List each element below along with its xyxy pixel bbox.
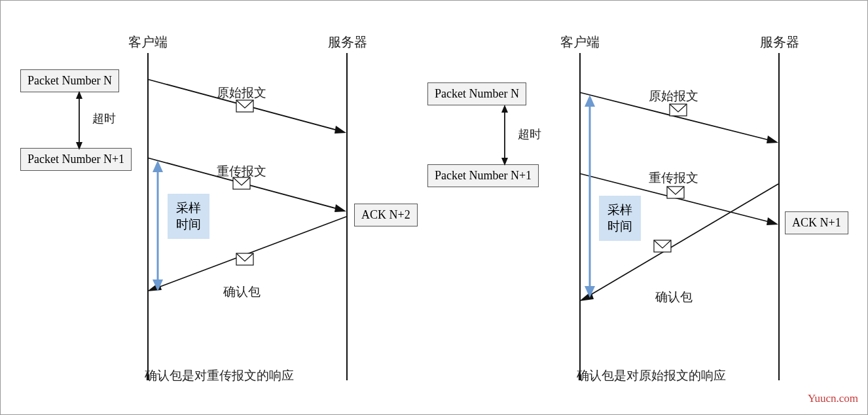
- retry-msg-arrow-head: [335, 204, 346, 212]
- original-msg-label: 原始报文: [217, 84, 266, 101]
- server-header-r: 服务器: [753, 33, 806, 51]
- sample-arrow-head-up: [153, 160, 163, 172]
- sample-l2-r: 时间: [607, 219, 632, 233]
- sample-l1: 采样: [176, 201, 201, 215]
- client-lifeline-r: [579, 53, 581, 380]
- packet-n1-box-r: Packet Number N+1: [427, 164, 539, 187]
- timeout-label: 超时: [92, 111, 116, 126]
- sample-arrow-head-up-r: [585, 95, 595, 107]
- envelope-orig-r: [670, 104, 687, 116]
- left-caption: 确认包是对重传报文的响应: [145, 367, 294, 384]
- scenario-left: 客户端 服务器 Packet Number N Packet Number N+…: [1, 1, 433, 415]
- retry-msg-label-r: 重传报文: [649, 170, 698, 187]
- ack-arrow-head: [147, 282, 162, 291]
- client-header-r: 客户端: [554, 33, 606, 51]
- retry-msg-label: 重传报文: [217, 163, 266, 180]
- envelope-retry-r: [667, 187, 684, 198]
- watermark: Yuucn.com: [808, 392, 858, 405]
- server-header: 服务器: [321, 33, 374, 51]
- ack-arrow-head-r: [579, 291, 594, 301]
- envelope-ack: [236, 253, 253, 265]
- ack-msg-label-r: 确认包: [655, 289, 693, 306]
- client-lifeline: [147, 53, 149, 380]
- original-msg-label-r: 原始报文: [649, 88, 698, 105]
- sample-l1-r: 采样: [607, 203, 632, 217]
- client-header: 客户端: [122, 33, 174, 51]
- timeout-arrow-head-up-r: [501, 105, 508, 113]
- orig-msg-arrow-head: [335, 126, 346, 134]
- ack-msg-label: 确认包: [223, 283, 261, 300]
- packet-n-box: Packet Number N: [20, 69, 119, 92]
- ack-box-r: ACK N+1: [785, 211, 848, 234]
- sample-l2: 时间: [176, 217, 201, 231]
- diagram-frame: 客户端 服务器 Packet Number N Packet Number N+…: [0, 0, 868, 415]
- packet-n-box-r: Packet Number N: [427, 82, 526, 105]
- server-lifeline-r: [778, 53, 780, 380]
- packet-n1-box: Packet Number N+1: [20, 148, 132, 171]
- retry-msg-arrow-head-r: [767, 217, 778, 225]
- server-lifeline: [346, 53, 348, 380]
- envelope-ack-r: [654, 240, 671, 252]
- orig-msg-arrow-head-r: [767, 135, 778, 143]
- ack-box: ACK N+2: [354, 204, 418, 226]
- timeout-label-r: 超时: [518, 126, 541, 142]
- sample-time-box-r: 采样 时间: [599, 196, 641, 241]
- sample-arrow-head-down: [153, 280, 163, 291]
- sample-time-box: 采样 时间: [168, 194, 209, 239]
- sample-arrow-head-down-r: [585, 286, 595, 298]
- scenario-right: 客户端 服务器 Packet Number N Packet Number N+…: [413, 1, 865, 415]
- envelope-orig: [236, 100, 253, 112]
- right-caption: 确认包是对原始报文的响应: [577, 367, 726, 384]
